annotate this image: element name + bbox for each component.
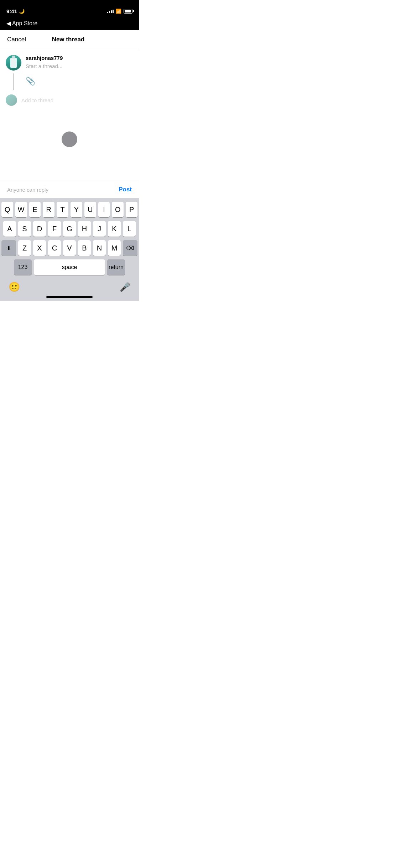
key-k[interactable]: K: [108, 221, 121, 237]
home-indicator-bar: [46, 296, 93, 298]
key-q[interactable]: Q: [1, 202, 13, 217]
key-h[interactable]: H: [78, 221, 91, 237]
home-indicator: [1, 294, 137, 301]
backspace-key[interactable]: ⌫: [123, 240, 137, 256]
shift-key[interactable]: ⬆: [1, 240, 16, 256]
key-a[interactable]: A: [3, 221, 16, 237]
key-e[interactable]: E: [29, 202, 41, 217]
keyboard-row-1: Q W E R T Y U I O P: [1, 202, 137, 217]
key-z[interactable]: Z: [18, 240, 31, 256]
content-column: sarahjonas779 📎: [26, 55, 133, 90]
key-x[interactable]: X: [33, 240, 46, 256]
back-arrow-icon: ◀: [6, 20, 11, 27]
key-w[interactable]: W: [15, 202, 27, 217]
signal-icon: [107, 9, 114, 13]
key-n[interactable]: N: [93, 240, 106, 256]
key-t[interactable]: T: [57, 202, 68, 217]
add-to-thread-label: Add to thread: [21, 97, 53, 103]
add-to-thread-row[interactable]: Add to thread: [0, 90, 139, 110]
key-d[interactable]: D: [33, 221, 46, 237]
key-p[interactable]: P: [126, 202, 137, 217]
cancel-button[interactable]: Cancel: [7, 36, 26, 43]
key-o[interactable]: O: [112, 202, 124, 217]
space-key[interactable]: space: [34, 259, 105, 275]
keyboard-row-4: 123 space return: [1, 259, 137, 275]
nav-bar: Cancel New thread: [0, 30, 139, 49]
reply-bar: Anyone can reply Post: [0, 181, 139, 198]
secondary-avatar: [6, 94, 17, 106]
keyboard-row-3: ⬆ Z X C V B N M ⌫: [1, 240, 137, 256]
status-icons: 📶: [107, 9, 132, 14]
time-label: 9:41: [6, 8, 17, 14]
key-b[interactable]: B: [78, 240, 91, 256]
key-i[interactable]: I: [98, 202, 110, 217]
thread-text-input[interactable]: [26, 62, 133, 71]
key-m[interactable]: M: [108, 240, 121, 256]
bottle-icon: [10, 58, 17, 68]
avatar-column: [6, 55, 21, 90]
post-button[interactable]: Post: [119, 186, 132, 193]
compose-area: sarahjonas779 📎 Add to thread: [0, 49, 139, 154]
key-j[interactable]: J: [93, 221, 106, 237]
drag-handle-area: [0, 124, 139, 154]
key-r[interactable]: R: [43, 202, 54, 217]
key-u[interactable]: U: [84, 202, 96, 217]
numbers-key[interactable]: 123: [14, 259, 32, 275]
key-l[interactable]: L: [123, 221, 136, 237]
avatar-image: [6, 55, 21, 71]
keyboard: Q W E R T Y U I O P A S D F G H J K L ⬆ …: [0, 198, 139, 301]
status-bar: 9:41 🌙 📶: [0, 0, 139, 18]
emoji-button[interactable]: 🙂: [9, 281, 20, 293]
microphone-button[interactable]: 🎤: [120, 282, 130, 292]
key-c[interactable]: C: [48, 240, 61, 256]
keyboard-row-2: A S D F G H J K L: [1, 221, 137, 237]
back-label: App Store: [12, 20, 37, 27]
key-v[interactable]: V: [63, 240, 76, 256]
avatar: [6, 55, 21, 71]
return-key[interactable]: return: [107, 259, 125, 275]
status-time: 9:41 🌙: [6, 8, 25, 14]
battery-icon: [124, 9, 132, 14]
key-y[interactable]: Y: [71, 202, 82, 217]
thread-connector-line: [13, 73, 14, 90]
drag-handle[interactable]: [62, 131, 77, 147]
key-g[interactable]: G: [63, 221, 76, 237]
wifi-icon: 📶: [116, 9, 121, 14]
back-navigation[interactable]: ◀ App Store: [0, 18, 139, 30]
attachment-icon[interactable]: 📎: [26, 77, 133, 86]
keyboard-extras-row: 🙂 🎤: [1, 279, 137, 294]
thread-input-row: sarahjonas779 📎: [0, 49, 139, 90]
key-s[interactable]: S: [18, 221, 31, 237]
bottom-bar: Anyone can reply Post Q W E R T Y U I O …: [0, 181, 139, 301]
nav-title: New thread: [52, 36, 85, 43]
username-label: sarahjonas779: [26, 55, 133, 61]
moon-icon: 🌙: [19, 9, 25, 14]
key-f[interactable]: F: [48, 221, 61, 237]
reply-permission-label: Anyone can reply: [7, 187, 48, 193]
